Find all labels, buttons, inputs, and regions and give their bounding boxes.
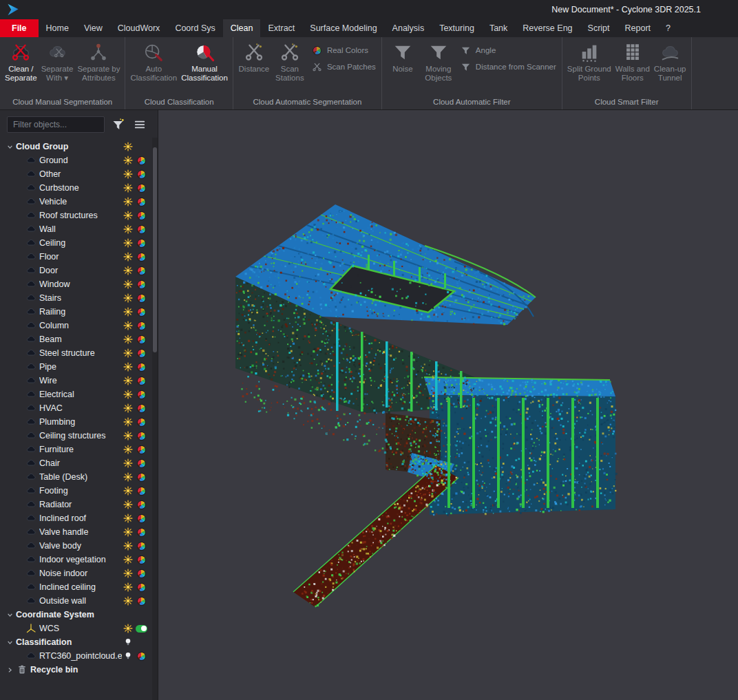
classification-pie-icon[interactable] — [137, 376, 146, 385]
classification-pie-icon[interactable] — [137, 555, 146, 564]
ribbon-button-scan-patches[interactable]: Scan Patches — [312, 61, 376, 72]
classification-pie-icon[interactable] — [137, 156, 146, 165]
tree-item-window[interactable]: Window — [0, 277, 158, 291]
visibility-sun-icon[interactable] — [123, 376, 133, 385]
visibility-sun-icon[interactable] — [123, 142, 133, 151]
visibility-sun-icon[interactable] — [123, 417, 133, 427]
tab-view[interactable]: View — [76, 19, 110, 37]
tab-tank[interactable]: Tank — [482, 19, 515, 37]
classification-pie-icon[interactable] — [137, 473, 146, 482]
tree-item-column[interactable]: Column — [0, 319, 158, 332]
classification-pie-icon[interactable] — [137, 308, 146, 317]
tree-item-noise-indoor[interactable]: Noise indoor — [0, 566, 158, 580]
classification-pie-icon[interactable] — [137, 569, 146, 578]
visibility-sun-icon[interactable] — [123, 252, 133, 262]
visibility-sun-icon[interactable] — [123, 266, 133, 275]
tree-item-floor[interactable]: Floor — [0, 250, 158, 264]
tree-item-footing[interactable]: Footing — [0, 484, 158, 498]
classification-pie-icon[interactable] — [137, 170, 146, 179]
classification-pie-icon[interactable] — [137, 266, 146, 275]
tab-reverse-eng[interactable]: Reverse Eng — [515, 19, 580, 37]
classification-pie-icon[interactable] — [137, 445, 146, 454]
tree-item-cloud-group[interactable]: Cloud Group — [0, 140, 158, 153]
tree-item-ceiling[interactable]: Ceiling — [0, 236, 158, 250]
ribbon-button-separate-with[interactable]: Separate With ▾ — [39, 39, 76, 95]
tree-item-pipe[interactable]: Pipe — [0, 360, 158, 374]
classification-pie-icon[interactable] — [137, 652, 146, 661]
tree-item-wire[interactable]: Wire — [0, 374, 158, 388]
tree-item-curbstone[interactable]: Curbstone — [0, 181, 158, 195]
visibility-sun-icon[interactable] — [123, 527, 133, 537]
visibility-sun-icon[interactable] — [123, 321, 133, 330]
visibility-sun-icon[interactable] — [123, 486, 133, 496]
visibility-sun-icon[interactable] — [123, 197, 133, 206]
visibility-sun-icon[interactable] — [123, 445, 133, 454]
tab-texturing[interactable]: Texturing — [432, 19, 482, 37]
classification-pie-icon[interactable] — [137, 198, 146, 206]
tree-item-railing[interactable]: Railing — [0, 305, 158, 319]
classification-pie-icon[interactable] — [137, 184, 146, 193]
tab-extract[interactable]: Extract — [260, 19, 302, 37]
tree-item-wcs[interactable]: WCS — [0, 622, 158, 635]
tree-item-roof-structures[interactable]: Roof structures — [0, 209, 158, 222]
visibility-sun-icon[interactable] — [123, 472, 133, 482]
ribbon-button-walls-and-floors[interactable]: Walls and Floors — [613, 39, 652, 95]
classification-pie-icon[interactable] — [137, 500, 146, 509]
tree-item-classification[interactable]: Classification — [0, 635, 158, 649]
ribbon-button-manual-classification[interactable]: Manual Classification — [179, 39, 230, 95]
ribbon-button-distance[interactable]: Distance — [236, 39, 272, 95]
ribbon-button-auto-classification[interactable]: Auto Classification — [128, 39, 179, 95]
ribbon-button-split-ground-points[interactable]: Split Ground Points — [565, 39, 613, 95]
visibility-sun-icon[interactable] — [123, 555, 133, 564]
visibility-sun-icon[interactable] — [123, 211, 133, 220]
bulb-icon[interactable] — [123, 637, 133, 647]
scrollbar-thumb[interactable] — [153, 147, 157, 352]
chevron-down-icon[interactable] — [4, 142, 16, 151]
classification-pie-icon[interactable] — [137, 432, 146, 441]
visibility-sun-icon[interactable] — [123, 156, 133, 165]
visibility-sun-icon[interactable] — [123, 183, 133, 193]
classification-pie-icon[interactable] — [137, 239, 146, 248]
classification-pie-icon[interactable] — [137, 404, 146, 413]
tree-item-recycle-bin[interactable]: Recycle bin — [0, 663, 158, 677]
tab-home[interactable]: Home — [39, 19, 76, 37]
tree-item-inclined-roof[interactable]: Inclined roof — [0, 511, 158, 525]
tree-item-chair[interactable]: Chair — [0, 456, 158, 470]
ribbon-button-real-colors[interactable]: Real Colors — [312, 45, 376, 56]
tab-surface-modeling[interactable]: Surface Modeling — [302, 19, 384, 37]
classification-pie-icon[interactable] — [137, 349, 146, 358]
filter-funnel-icon[interactable] — [111, 117, 126, 132]
classification-pie-icon[interactable] — [137, 321, 146, 330]
classification-pie-icon[interactable] — [137, 294, 146, 303]
classification-pie-icon[interactable] — [137, 225, 146, 234]
visibility-sun-icon[interactable] — [123, 293, 133, 303]
tree-item-inclined-ceiling[interactable]: Inclined ceiling — [0, 580, 158, 594]
sidebar-scrollbar[interactable] — [152, 138, 158, 700]
ribbon-button-scan-stations[interactable]: Scan Stations — [272, 39, 308, 95]
visibility-sun-icon[interactable] — [123, 403, 133, 413]
tree-item-indoor-vegetation[interactable]: Indoor vegetation — [0, 553, 158, 566]
classification-pie-icon[interactable] — [137, 459, 146, 468]
tree-item-coordinate-system[interactable]: Coordinate System — [0, 608, 158, 622]
visibility-sun-icon[interactable] — [123, 541, 133, 551]
tree-item-electrical[interactable]: Electrical — [0, 388, 158, 401]
tree-item-rtc360-pointcloud-e57[interactable]: RTC360_pointcloud.e57 — [0, 649, 158, 663]
classification-pie-icon[interactable] — [137, 528, 146, 537]
tree-item-ceiling-structures[interactable]: Ceiling structures — [0, 429, 158, 443]
list-menu-icon[interactable] — [132, 117, 147, 132]
visibility-sun-icon[interactable] — [123, 390, 133, 399]
ribbon-button-moving-objects[interactable]: Moving Objects — [421, 39, 456, 95]
visibility-sun-icon[interactable] — [123, 238, 133, 248]
filter-input[interactable] — [7, 116, 105, 133]
ribbon-button-noise[interactable]: Noise — [385, 39, 421, 95]
tree-item-beam[interactable]: Beam — [0, 332, 158, 346]
classification-pie-icon[interactable] — [137, 363, 146, 372]
classification-pie-icon[interactable] — [137, 487, 146, 496]
visibility-sun-icon[interactable] — [123, 307, 133, 317]
visibility-sun-icon[interactable] — [123, 596, 133, 606]
visibility-sun-icon[interactable] — [123, 624, 133, 633]
tab-script[interactable]: Script — [580, 19, 618, 37]
visibility-sun-icon[interactable] — [123, 362, 133, 372]
tab-help[interactable]: ? — [658, 19, 678, 37]
classification-pie-icon[interactable] — [137, 280, 146, 289]
